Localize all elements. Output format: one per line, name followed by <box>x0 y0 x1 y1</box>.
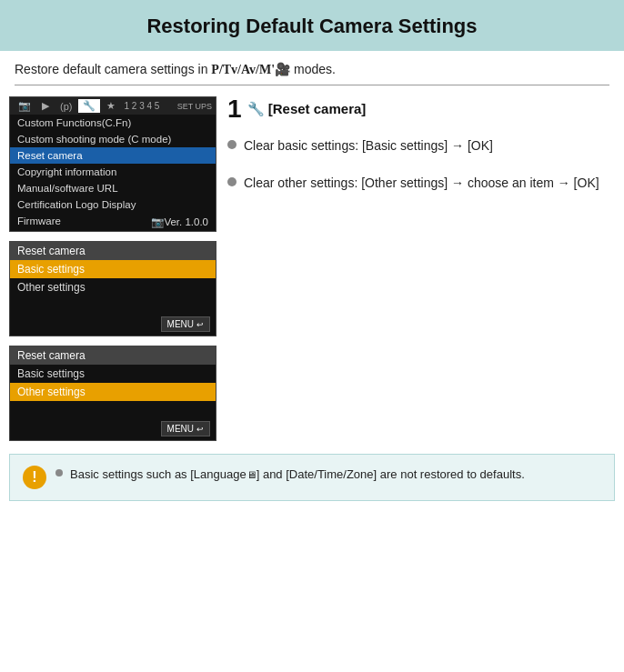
note-box: ! Basic settings such as [Language🖥] and… <box>9 454 615 501</box>
section-divider <box>15 85 609 85</box>
menu-item-reset[interactable]: Reset camera <box>10 147 216 164</box>
firmware-label: Firmware <box>17 216 61 228</box>
note-item: Basic settings such as [Language🖥] and [… <box>55 466 601 484</box>
menu-label-1: MENU <box>167 319 194 329</box>
bullet-2 <box>227 177 237 186</box>
step-header: 1 🔧 [Reset camera] <box>227 96 615 122</box>
left-panels: 📷 ▶ (p) 🔧 ★ 1 2 3 4 5 SET UPS Custom Fun… <box>9 96 218 441</box>
menu-arrow-1: ↩ <box>196 320 204 329</box>
tab-setup[interactable]: 🔧 <box>78 99 100 113</box>
reset-panel-1-basic[interactable]: Basic settings <box>10 260 216 278</box>
intro-section: Restore default camera settings in P/Tv/… <box>0 51 624 85</box>
reset-panel-1-other[interactable]: Other settings <box>10 278 216 296</box>
instruction-text-1: Clear basic settings: [Basic settings] →… <box>244 136 493 155</box>
tab-camera[interactable]: 📷 <box>14 99 35 113</box>
tab-star[interactable]: ★ <box>102 99 120 113</box>
instruction-text-2: Clear other settings: [Other settings] →… <box>244 174 599 193</box>
main-content: 📷 ▶ (p) 🔧 ★ 1 2 3 4 5 SET UPS Custom Fun… <box>0 96 624 441</box>
reset-panel-2-basic[interactable]: Basic settings <box>10 365 216 383</box>
menu-button-2[interactable]: MENU ↩ <box>161 421 210 436</box>
reset-panel-2: Reset camera Basic settings Other settin… <box>9 346 216 441</box>
instruction-1: Clear basic settings: [Basic settings] →… <box>227 136 615 155</box>
step-number: 1 <box>227 96 242 122</box>
bullet-1 <box>227 140 237 149</box>
menu-label-2: MENU <box>167 424 194 434</box>
reset-panel-1-footer: MENU ↩ <box>10 313 216 336</box>
firmware-value: 📷Ver. 1.0.0 <box>151 216 208 228</box>
menu-button-1[interactable]: MENU ↩ <box>161 316 210 332</box>
tab-play[interactable]: ▶ <box>37 99 54 113</box>
camera-menu-panel: 📷 ▶ (p) 🔧 ★ 1 2 3 4 5 SET UPS Custom Fun… <box>9 96 216 232</box>
intro-after: modes. <box>290 62 336 76</box>
tab-numbers: 1 2 3 4 5 <box>124 101 159 111</box>
cam-icon-bar: 📷 ▶ (p) 🔧 ★ 1 2 3 4 5 SET UPS <box>10 97 216 115</box>
intro-before: Restore default camera settings in <box>15 62 211 76</box>
right-content: 1 🔧 [Reset camera] Clear basic settings:… <box>227 96 615 441</box>
menu-item-copyright[interactable]: Copyright information <box>10 164 216 180</box>
note-text: Basic settings such as [Language🖥] and [… <box>70 466 525 484</box>
step-label: 🔧 [Reset camera] <box>247 101 367 117</box>
menu-item-cmode[interactable]: Custom shooting mode (C mode) <box>10 131 216 147</box>
note-bullet <box>55 469 63 476</box>
menu-item-cert[interactable]: Certification Logo Display <box>10 196 216 213</box>
menu-item-cfn[interactable]: Custom Functions(C.Fn) <box>10 115 216 131</box>
tab-custom[interactable]: (p) <box>55 100 76 113</box>
intro-modes: P/Tv/Av/M'🎥 <box>211 63 290 76</box>
reset-panel-1-title: Reset camera <box>10 242 216 260</box>
reset-panel-2-title: Reset camera <box>10 346 216 365</box>
page-title: Restoring Default Camera Settings <box>0 0 624 51</box>
setup-label: SET UPS <box>177 102 212 111</box>
menu-arrow-2: ↩ <box>196 425 204 434</box>
note-content: Basic settings such as [Language🖥] and [… <box>55 466 601 484</box>
instruction-2: Clear other settings: [Other settings] →… <box>227 174 615 193</box>
menu-item-url[interactable]: Manual/software URL <box>10 180 216 196</box>
note-icon: ! <box>23 466 46 489</box>
reset-panel-1: Reset camera Basic settings Other settin… <box>9 241 216 336</box>
menu-item-firmware[interactable]: Firmware 📷Ver. 1.0.0 <box>10 213 216 231</box>
reset-panel-2-other[interactable]: Other settings <box>10 383 216 401</box>
reset-panel-2-footer: MENU ↩ <box>10 417 216 440</box>
